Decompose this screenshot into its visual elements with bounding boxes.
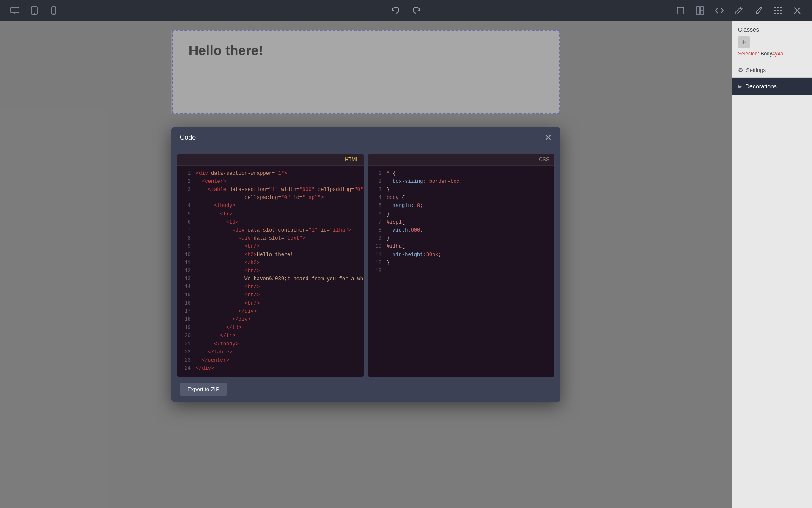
fullscreen-icon[interactable] bbox=[674, 4, 687, 17]
svg-rect-10 bbox=[700, 11, 704, 14]
html-line-13: 13 We haven&#039;t heard from you for a … bbox=[177, 275, 364, 283]
svg-rect-16 bbox=[777, 10, 779, 11]
html-line-23: 23 </center> bbox=[177, 356, 364, 364]
css-line-8: 8 width:600; bbox=[368, 226, 554, 235]
html-line-21: 21 </tbody> bbox=[177, 340, 364, 348]
canvas-area: Hello there! Code ✕ HTML bbox=[0, 21, 732, 508]
html-line-6: 6 <td> bbox=[177, 218, 364, 226]
html-line-2: 2 <center> bbox=[177, 178, 364, 186]
css-code-content[interactable]: 1* { 2 box-sizing: border-box; 3} 4body … bbox=[368, 166, 554, 377]
html-code-content[interactable]: 1<div data-section-wrapper="1"> 2 <cente… bbox=[177, 166, 364, 377]
html-line-22: 22 </table> bbox=[177, 348, 364, 356]
svg-rect-13 bbox=[777, 7, 779, 8]
html-line-24: 24</div> bbox=[177, 364, 364, 373]
svg-point-4 bbox=[34, 13, 35, 14]
svg-rect-18 bbox=[774, 13, 776, 14]
toolbar-left bbox=[8, 4, 60, 17]
modal-title: Code bbox=[180, 134, 196, 141]
css-line-9: 9} bbox=[368, 235, 554, 243]
redo-icon[interactable] bbox=[410, 4, 423, 17]
svg-line-11 bbox=[740, 8, 741, 10]
html-line-1: 1<div data-section-wrapper="1"> bbox=[177, 170, 364, 178]
svg-rect-17 bbox=[780, 10, 782, 11]
toolbar-right bbox=[674, 4, 804, 17]
svg-rect-0 bbox=[11, 7, 19, 13]
html-line-11: 11 </h2> bbox=[177, 259, 364, 267]
html-panel-header: HTML bbox=[177, 154, 364, 166]
css-tab-label: CSS bbox=[539, 157, 549, 163]
css-line-13: 13 bbox=[368, 267, 554, 275]
edit-icon[interactable] bbox=[732, 4, 745, 17]
html-tab-label: HTML bbox=[345, 157, 359, 163]
html-line-10: 10 <h2>Hello there! bbox=[177, 251, 364, 259]
right-sidebar: Classes + Selected: Body#y4a ⚙ Settings … bbox=[732, 21, 812, 508]
svg-rect-7 bbox=[677, 7, 684, 14]
html-line-16: 16 <br/> bbox=[177, 300, 364, 308]
modal-header: Code ✕ bbox=[171, 127, 560, 148]
html-code-panel: HTML 1<div data-section-wrapper="1"> 2 <… bbox=[177, 154, 364, 377]
selected-element: Body bbox=[760, 51, 772, 57]
svg-rect-14 bbox=[780, 7, 782, 8]
html-line-7: 7 <div data-slot-container="1" id="ilha"… bbox=[177, 226, 364, 235]
html-line-4: 4 <tbody> bbox=[177, 202, 364, 210]
svg-rect-15 bbox=[774, 10, 776, 11]
css-line-1: 1* { bbox=[368, 170, 554, 178]
html-line-12: 12 <br/> bbox=[177, 267, 364, 275]
modal-overlay: Code ✕ HTML 1<div data-section-wrapper="… bbox=[0, 21, 732, 508]
settings-label: Settings bbox=[746, 67, 766, 73]
close-icon[interactable] bbox=[791, 4, 804, 17]
main-area: Hello there! Code ✕ HTML bbox=[0, 21, 812, 508]
html-line-3: 3 <table data-section="1" width="600" ce… bbox=[177, 186, 364, 202]
svg-rect-12 bbox=[774, 7, 776, 8]
device-mobile-icon[interactable] bbox=[47, 4, 60, 17]
css-line-3: 3} bbox=[368, 186, 554, 194]
code-modal: Code ✕ HTML 1<div data-section-wrapper="… bbox=[171, 127, 560, 402]
undo-icon[interactable] bbox=[389, 4, 402, 17]
html-line-9: 9 <br/> bbox=[177, 243, 364, 251]
css-code-panel: CSS 1* { 2 box-sizing: border-box; 3} 4b… bbox=[368, 154, 554, 377]
export-zip-button[interactable]: Export to ZIP bbox=[180, 383, 227, 396]
selected-label: Selected: bbox=[738, 51, 759, 57]
svg-rect-8 bbox=[696, 7, 700, 14]
css-line-5: 5 margin: 0; bbox=[368, 202, 554, 210]
svg-point-6 bbox=[53, 13, 54, 14]
css-line-12: 12} bbox=[368, 259, 554, 267]
decorations-section[interactable]: ▶ Decorations bbox=[732, 78, 812, 95]
css-line-6: 6} bbox=[368, 210, 554, 218]
device-tablet-icon[interactable] bbox=[28, 4, 41, 17]
css-line-10: 10#ilha{ bbox=[368, 243, 554, 251]
svg-rect-19 bbox=[777, 13, 779, 14]
svg-rect-9 bbox=[700, 7, 704, 10]
css-line-7: 7#ispl{ bbox=[368, 218, 554, 226]
html-line-15: 15 <br/> bbox=[177, 291, 364, 299]
modal-footer: Export to ZIP bbox=[171, 377, 560, 402]
code-icon[interactable] bbox=[713, 4, 726, 17]
html-line-19: 19 </td> bbox=[177, 324, 364, 332]
selected-info: Selected: Body#y4a bbox=[738, 51, 806, 57]
html-line-20: 20 </tr> bbox=[177, 332, 364, 340]
pen-icon[interactable] bbox=[752, 4, 765, 17]
settings-gear-icon: ⚙ bbox=[738, 66, 743, 73]
decorations-label: Decorations bbox=[745, 83, 777, 90]
html-line-8: 8 <div data-slot="text"> bbox=[177, 235, 364, 243]
decorations-arrow-icon: ▶ bbox=[738, 83, 742, 89]
css-line-11: 11 min-height:30px; bbox=[368, 251, 554, 259]
html-line-14: 14 <br/> bbox=[177, 283, 364, 291]
css-line-4: 4body { bbox=[368, 194, 554, 202]
toolbar-center bbox=[389, 4, 423, 17]
add-class-button[interactable]: + bbox=[738, 36, 750, 48]
modal-body: HTML 1<div data-section-wrapper="1"> 2 <… bbox=[171, 148, 560, 377]
css-line-2: 2 box-sizing: border-box; bbox=[368, 178, 554, 186]
grid-icon[interactable] bbox=[771, 4, 784, 17]
top-toolbar bbox=[0, 0, 812, 21]
selected-id: #y4a bbox=[772, 51, 783, 57]
layout-icon[interactable] bbox=[694, 4, 706, 17]
modal-close-button[interactable]: ✕ bbox=[545, 133, 552, 142]
settings-section[interactable]: ⚙ Settings bbox=[732, 62, 812, 78]
html-line-5: 5 <tr> bbox=[177, 210, 364, 218]
css-panel-header: CSS bbox=[368, 154, 554, 166]
classes-section: Classes + Selected: Body#y4a bbox=[732, 21, 812, 62]
device-desktop-icon[interactable] bbox=[8, 4, 21, 17]
svg-rect-20 bbox=[780, 13, 782, 14]
html-line-18: 18 </div> bbox=[177, 316, 364, 324]
